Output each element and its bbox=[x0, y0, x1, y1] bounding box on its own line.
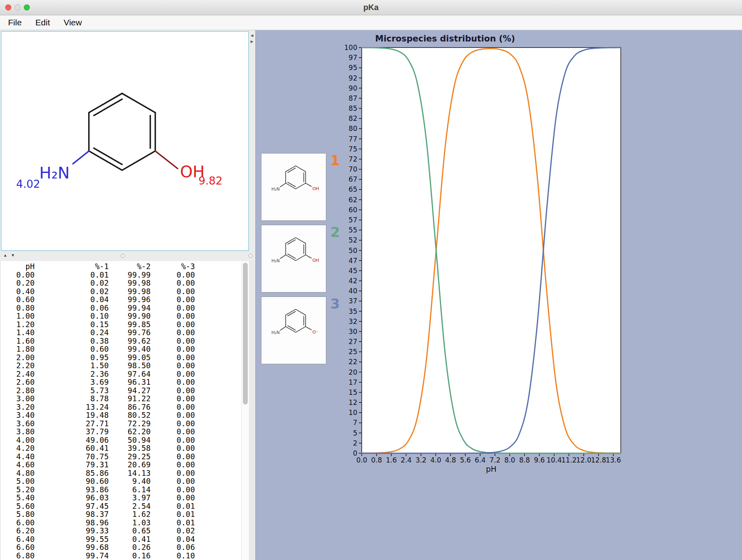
y-tick-label: 37 bbox=[348, 297, 357, 305]
table-row[interactable]: 4.8085.8614.130.00 bbox=[3, 469, 195, 477]
menu-item-file[interactable]: File bbox=[8, 18, 22, 27]
divider-knob[interactable] bbox=[121, 254, 125, 258]
table-cell: 5.60 bbox=[3, 502, 35, 510]
table-scrollbar-thumb[interactable] bbox=[243, 263, 248, 404]
table-cell: 0.00 bbox=[151, 370, 195, 378]
table-row[interactable]: 4.4070.7529.250.00 bbox=[3, 452, 195, 461]
table-row[interactable]: 2.201.5098.500.00 bbox=[3, 361, 195, 370]
table-row[interactable]: 2.603.6996.310.00 bbox=[3, 378, 195, 386]
table-row[interactable]: 6.6099.680.260.06 bbox=[3, 543, 195, 552]
table-cell: 0.65 bbox=[109, 527, 151, 535]
table-cell: 5.40 bbox=[3, 494, 35, 502]
table-cell: 86.76 bbox=[109, 403, 151, 411]
table-cell: 0.00 bbox=[151, 353, 195, 362]
divider-knob-right[interactable] bbox=[249, 254, 253, 258]
y-tick-label: 72 bbox=[348, 155, 357, 163]
table-cell: 0.00 bbox=[151, 444, 195, 452]
table-cell: 99.68 bbox=[35, 543, 109, 552]
table-row[interactable]: 3.6027.7172.290.00 bbox=[3, 419, 195, 428]
y-tick-label: 82 bbox=[348, 114, 357, 122]
menu-item-edit[interactable]: Edit bbox=[35, 18, 50, 27]
y-tick-label: 30 bbox=[348, 328, 357, 336]
table-row[interactable]: 6.2099.330.650.02 bbox=[3, 527, 195, 535]
structure-panel: H₂N OH 4.02 9.82 bbox=[1, 31, 249, 251]
table-row[interactable]: 1.600.3899.620.00 bbox=[3, 337, 195, 345]
table-scrollbar[interactable] bbox=[241, 261, 249, 560]
table-cell: 2.00 bbox=[3, 353, 35, 362]
table-cell: 0.00 bbox=[151, 452, 195, 461]
table-row[interactable]: 1.400.2499.760.00 bbox=[3, 328, 195, 337]
microspecies-thumbnail-3[interactable]: H₂N O⁻ bbox=[261, 297, 326, 364]
table-row[interactable]: 5.8098.371.620.01 bbox=[3, 510, 195, 519]
split-divider[interactable]: ▲ ▼ bbox=[0, 251, 255, 261]
expand-down-icon[interactable]: ▼ bbox=[11, 253, 15, 257]
table-row[interactable]: 4.0049.0650.940.00 bbox=[3, 436, 195, 444]
mini-benzene-ring bbox=[280, 238, 311, 261]
table-row[interactable]: 3.8037.7962.200.00 bbox=[3, 427, 195, 436]
mini-amine-label: H₂N bbox=[272, 258, 280, 263]
table-cell: 9.40 bbox=[109, 477, 151, 485]
y-tick-label: 5 bbox=[353, 429, 357, 437]
table-row[interactable]: 4.6079.3120.690.00 bbox=[3, 460, 195, 469]
microspecies-structure-2: H₂N OH bbox=[261, 225, 326, 292]
microspecies-thumbnail-1[interactable]: H₂N OH bbox=[261, 153, 326, 221]
species-number-2: 2 bbox=[330, 224, 346, 240]
window-titlebar[interactable]: pKa bbox=[0, 0, 742, 15]
y-tick-label: 35 bbox=[348, 307, 357, 315]
microspecies-structure-1: H₂N OH bbox=[261, 153, 326, 220]
scroll-right-icon[interactable]: ▶ bbox=[251, 39, 253, 44]
table-row[interactable]: 5.4096.033.970.00 bbox=[3, 494, 195, 502]
table-cell: 99.85 bbox=[109, 320, 151, 329]
table-cell: 0.00 bbox=[151, 378, 195, 386]
table-row[interactable]: 3.2013.2486.760.00 bbox=[3, 403, 195, 411]
table-cell: 6.00 bbox=[3, 519, 35, 527]
table-row[interactable]: 6.4099.550.410.04 bbox=[3, 535, 195, 543]
table-row[interactable]: 1.000.1099.900.00 bbox=[3, 312, 195, 320]
menu-item-view[interactable]: View bbox=[64, 18, 82, 27]
expand-up-icon[interactable]: ▲ bbox=[3, 253, 7, 257]
table-row[interactable]: 0.800.0699.940.00 bbox=[3, 304, 195, 312]
y-tick-label: 60 bbox=[348, 206, 357, 214]
scroll-left-icon[interactable]: ◀ bbox=[251, 33, 253, 38]
table-cell: 0.06 bbox=[35, 304, 109, 312]
microspecies-thumbnail-2[interactable]: H₂N OH bbox=[261, 225, 326, 292]
x-tick-label: 0.0 bbox=[356, 456, 367, 464]
table-row[interactable]: 0.200.0299.980.00 bbox=[3, 279, 195, 287]
table-cell: 49.06 bbox=[35, 436, 109, 444]
table-row[interactable]: 6.8099.740.160.10 bbox=[3, 552, 195, 560]
table-cell: 27.71 bbox=[35, 419, 109, 428]
table-row[interactable]: 5.0090.609.400.00 bbox=[3, 477, 195, 485]
table-cell: 0.10 bbox=[35, 312, 109, 320]
table-row[interactable]: 5.2093.866.140.00 bbox=[3, 485, 195, 494]
hydroxyl-pka-value: 9.82 bbox=[199, 174, 223, 187]
table-row[interactable]: 4.2060.4139.580.00 bbox=[3, 444, 195, 452]
table-cell: 0.80 bbox=[3, 304, 35, 312]
table-cell: 0.00 bbox=[151, 494, 195, 502]
table-cell: 79.31 bbox=[35, 460, 109, 469]
table-row[interactable]: 5.6097.452.540.01 bbox=[3, 502, 195, 510]
table-row[interactable]: 3.008.7891.220.00 bbox=[3, 394, 195, 403]
table-row[interactable]: 6.0098.961.030.01 bbox=[3, 519, 195, 527]
table-cell: 2.20 bbox=[3, 361, 35, 370]
structure-scrollbar[interactable]: ◀ ▶ bbox=[250, 31, 255, 251]
table-row[interactable]: 0.600.0499.960.00 bbox=[3, 295, 195, 304]
table-row[interactable]: 2.000.9599.050.00 bbox=[3, 353, 195, 362]
table-row[interactable]: 3.4019.4880.520.00 bbox=[3, 411, 195, 419]
table-cell: 39.58 bbox=[109, 444, 151, 452]
table-row[interactable]: 0.400.0299.980.00 bbox=[3, 287, 195, 296]
table-row[interactable]: 1.200.1599.850.00 bbox=[3, 320, 195, 329]
table-row[interactable]: 0.000.0199.990.00 bbox=[3, 271, 195, 279]
table-row[interactable]: 2.402.3697.640.00 bbox=[3, 370, 195, 378]
ring-bond bbox=[122, 151, 155, 170]
amine-bond bbox=[73, 151, 89, 164]
y-tick-label: 45 bbox=[348, 267, 357, 275]
table-cell: 99.05 bbox=[109, 353, 151, 362]
table-cell: 0.00 bbox=[151, 328, 195, 337]
table-cell: 0.02 bbox=[35, 279, 109, 287]
table-row[interactable]: 1.800.6099.400.00 bbox=[3, 345, 195, 353]
table-cell: 0.10 bbox=[151, 552, 195, 560]
table-row[interactable]: 2.805.7394.270.00 bbox=[3, 386, 195, 395]
table-cell: 0.15 bbox=[35, 320, 109, 329]
table-cell: 0.00 bbox=[151, 469, 195, 477]
table-cell: 99.33 bbox=[35, 527, 109, 535]
